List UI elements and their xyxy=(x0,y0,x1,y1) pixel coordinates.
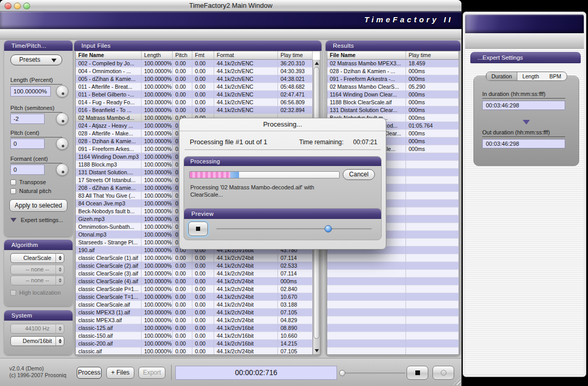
preview-slider-thumb[interactable] xyxy=(325,225,332,232)
table-row[interactable]: classic ClearScale (2).aif100.0000%0.000… xyxy=(76,262,313,270)
tab-length[interactable]: Length xyxy=(517,72,544,80)
column-header[interactable]: Format xyxy=(214,51,278,59)
record-button[interactable] xyxy=(432,366,454,380)
length-field[interactable]: 100.00000% xyxy=(10,86,51,96)
table-row[interactable]: 02 Matrass Mambo ClearS...05.290 xyxy=(327,83,459,91)
table-row[interactable]: 1164 Winding Down Clear...000ms xyxy=(327,91,459,99)
expert-window-banner xyxy=(465,15,584,33)
table-cell: Gizeh.mp3 xyxy=(76,215,142,223)
resize-grip[interactable] xyxy=(453,378,460,385)
column-header[interactable]: Fmt xyxy=(192,51,214,59)
in-duration-field[interactable]: 00:03:46:298 xyxy=(482,101,565,110)
table-row[interactable]: 016 - Beanfield - To ...100.0000%0.000.0… xyxy=(76,106,313,114)
column-header[interactable]: Pitch xyxy=(173,51,192,59)
table-row[interactable]: classic ClearScale.aif100.0000%0.000.004… xyxy=(76,301,313,309)
out-duration-field[interactable]: 00:03:46:298 xyxy=(482,139,565,148)
table-cell: 44.1k/2ch/24bit xyxy=(214,278,278,285)
table-row[interactable]: 004 - Omnimotion - ...100.0000%0.000.004… xyxy=(76,67,313,75)
table-cell: 06:56.809 xyxy=(278,99,313,106)
pitch-semitones-field[interactable]: -2 xyxy=(10,114,45,124)
natural-pitch-checkbox-row[interactable]: Natural pitch xyxy=(10,188,51,194)
process-button[interactable]: Process xyxy=(77,367,102,379)
algorithm-secondary-select: -- none -- xyxy=(10,265,64,274)
disclosure-triangle-icon[interactable] xyxy=(10,218,17,222)
table-row[interactable]: 028 - Dzihan & Kamien - ...000ms xyxy=(327,67,459,75)
table-cell: 02.840 xyxy=(278,285,313,293)
stepper-arrows-icon[interactable] xyxy=(55,254,64,263)
table-row[interactable]: classic-200.aif100.0000%0.000.0044.1k/2c… xyxy=(76,340,313,348)
table-cell: 44.1k/2ch/24bit xyxy=(214,293,278,301)
pitch-cent-label: Pitch (cent) xyxy=(10,130,62,137)
table-row[interactable]: 1188 Block ClearScale.aif000ms xyxy=(327,99,459,106)
table-cell xyxy=(406,254,459,262)
table-row[interactable]: 011 - Afterlife - Breat...100.0000%0.000… xyxy=(76,83,313,91)
table-cell: 100.0000% xyxy=(142,114,173,122)
table-cell: 0.00 xyxy=(173,278,192,285)
column-header[interactable]: Play time xyxy=(278,51,313,59)
scroll-up-icon[interactable] xyxy=(313,60,320,66)
table-row[interactable]: classic ClearScale (4).aif100.0000%0.000… xyxy=(76,278,313,285)
apply-to-selected-button[interactable]: Apply to selected xyxy=(9,199,67,212)
table-row[interactable]: 131 Distant Solution Clear...000ms xyxy=(327,106,459,114)
expert-settings-disclosure[interactable]: Expert settings... xyxy=(10,217,63,223)
table-cell: 100.0000% xyxy=(142,153,173,161)
table-cell: 36:20.310 xyxy=(278,60,313,67)
pitch-cent-knob[interactable] xyxy=(56,137,68,150)
table-row[interactable]: classic ClearScale (3).aif100.0000%0.000… xyxy=(76,270,313,278)
table-row[interactable]: 011 - Bebel Gilberto -...100.0000%0.000.… xyxy=(76,91,313,99)
table-cell xyxy=(327,262,406,270)
tab-duration[interactable]: Duration xyxy=(486,72,517,80)
preview-stop-button[interactable] xyxy=(188,222,208,236)
table-row[interactable]: 002 - Compiled by Jo...100.0000%0.000.00… xyxy=(76,60,313,67)
table-cell: classic ClearScale (2).aif xyxy=(76,262,142,270)
pitch-semitones-knob[interactable] xyxy=(56,113,68,125)
table-row[interactable]: 014 - Fug - Ready Fo...100.0000%0.000.00… xyxy=(76,99,313,106)
preview-slider[interactable] xyxy=(216,228,372,230)
titlebar[interactable]: TimeFactory2 Main Window xyxy=(0,0,461,11)
presets-button[interactable]: Presets xyxy=(10,54,62,65)
transpose-checkbox[interactable] xyxy=(10,180,16,185)
natural-pitch-checkbox[interactable] xyxy=(10,188,16,194)
column-header[interactable]: File Name xyxy=(76,51,142,59)
table-cell xyxy=(406,285,459,293)
table-row[interactable]: classic MPEX3.aif100.0000%0.000.0044.1k/… xyxy=(76,316,313,324)
table-row[interactable]: classic ClearScale (1).aif100.0000%0.000… xyxy=(76,254,313,262)
table-row[interactable]: classic MPEX3 (1).aif100.0000%0.000.0044… xyxy=(76,309,313,316)
transpose-checkbox-row[interactable]: Transpose xyxy=(10,179,46,185)
column-header[interactable]: File Name xyxy=(327,51,406,59)
input-files-table-header[interactable]: File Name Length Pitch Fmt Format Play t… xyxy=(76,51,313,60)
transport-slider[interactable] xyxy=(340,373,405,374)
column-header[interactable]: Length xyxy=(142,51,173,59)
table-row[interactable]: classic-125.aif100.0000%0.000.0044.1k/2c… xyxy=(76,324,313,332)
add-files-button[interactable]: + Files xyxy=(106,367,134,379)
formant-knob[interactable] xyxy=(56,163,68,176)
table-cell: 44.1k/2ch/ENC xyxy=(214,60,278,67)
output-mode-select[interactable]: Demo/16bit xyxy=(10,336,64,346)
cancel-button[interactable]: Cancel xyxy=(343,169,375,180)
tab-bpm[interactable]: BPM xyxy=(544,72,567,80)
formant-field[interactable]: 0 xyxy=(10,164,45,175)
table-cell: 84 Ocean Jive.mp3 xyxy=(76,200,142,208)
table-row[interactable]: classic ClearScale P=1...100.0000%0.000.… xyxy=(76,285,313,293)
table-cell: classic ClearScale (1).aif xyxy=(76,254,142,262)
table-row[interactable]: classic-150.aif100.0000%0.000.0044.1k/2c… xyxy=(76,332,313,340)
table-row[interactable]: 005 - dZihan & Kamie...100.0000%0.000.00… xyxy=(76,75,313,83)
length-knob[interactable] xyxy=(56,85,68,98)
algorithm-primary-select[interactable]: ClearScale xyxy=(10,253,64,263)
table-cell: 100.0000% xyxy=(142,270,173,278)
table-row[interactable]: classic ClearScale T=1...100.0000%0.000.… xyxy=(76,293,313,301)
table-cell: 02:32.894 xyxy=(278,106,313,114)
column-header[interactable]: Play time xyxy=(406,51,459,59)
scroll-down-icon[interactable] xyxy=(313,347,320,354)
results-table-header[interactable]: File Name Play time xyxy=(327,51,459,60)
table-row[interactable]: 091 - Freeform Arkestra -...000ms xyxy=(327,75,459,83)
stop-button[interactable] xyxy=(407,366,428,380)
transport-slider-thumb[interactable] xyxy=(339,370,345,376)
algorithm-panel-title: Algorithm xyxy=(4,240,73,250)
pitch-cent-field[interactable]: 0 xyxy=(10,139,45,149)
table-row[interactable]: classic.aif100.0000%0.000.0044.1k/2ch/24… xyxy=(76,348,313,354)
stepper-arrows-icon[interactable] xyxy=(55,337,64,346)
version-line1: v2.0.4 (Demo) xyxy=(9,365,66,372)
table-row[interactable]: 02 Matrass Mambo MPEX3...18.459 xyxy=(327,60,459,67)
table-cell: 04:30.393 xyxy=(278,67,313,75)
